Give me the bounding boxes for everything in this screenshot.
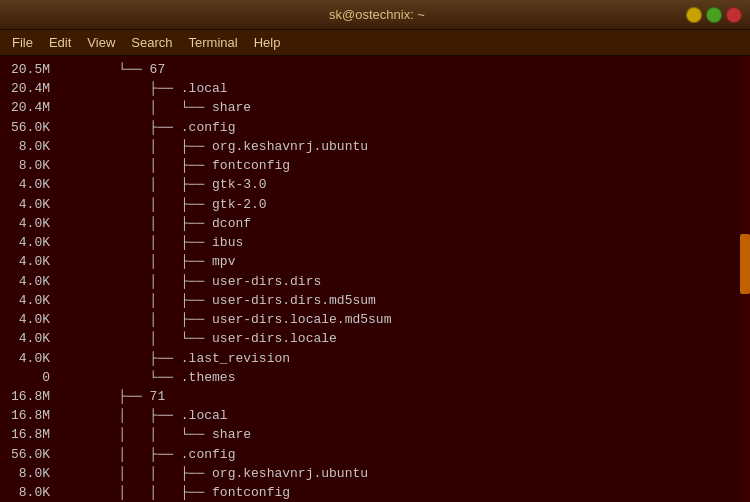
tree-row: 4.0K │ ├── user-dirs.locale.md5sum — [4, 310, 736, 329]
tree-col: ├── 71 — [56, 387, 165, 406]
tree-col: ├── .last_revision — [56, 349, 290, 368]
size-col: 4.0K — [4, 349, 56, 368]
tree-col: │ ├── .config — [56, 445, 235, 464]
tree-col: │ ├── fontconfig — [56, 156, 290, 175]
size-col: 16.8M — [4, 425, 56, 444]
window-title: sk@ostechnix: ~ — [68, 7, 686, 22]
tree-col: │ └── user-dirs.locale — [56, 329, 337, 348]
window-controls — [686, 7, 742, 23]
tree-row: 0 └── .themes — [4, 368, 736, 387]
tree-col: │ │ └── share — [56, 425, 251, 444]
tree-row: 4.0K │ ├── gtk-2.0 — [4, 195, 736, 214]
tree-row: 4.0K │ ├── user-dirs.dirs — [4, 272, 736, 291]
menu-item-terminal[interactable]: Terminal — [181, 33, 246, 52]
size-col: 20.4M — [4, 98, 56, 117]
tree-output: 20.5M └── 6720.4M ├── .local20.4M │ └── … — [0, 60, 740, 502]
size-col: 4.0K — [4, 329, 56, 348]
tree-col: │ ├── ibus — [56, 233, 243, 252]
tree-col: │ ├── gtk-2.0 — [56, 195, 267, 214]
tree-col: │ ├── user-dirs.locale.md5sum — [56, 310, 391, 329]
size-col: 16.8M — [4, 387, 56, 406]
tree-row: 8.0K │ ├── org.keshavnrj.ubuntu — [4, 137, 736, 156]
tree-row: 4.0K │ ├── gtk-3.0 — [4, 175, 736, 194]
close-button[interactable] — [726, 7, 742, 23]
size-col: 20.4M — [4, 79, 56, 98]
size-col: 56.0K — [4, 445, 56, 464]
minimize-button[interactable] — [686, 7, 702, 23]
size-col: 0 — [4, 368, 56, 387]
tree-col: └── 67 — [56, 60, 165, 79]
tree-row: 16.8M ├── 71 — [4, 387, 736, 406]
size-col: 20.5M — [4, 60, 56, 79]
tree-row: 4.0K │ ├── user-dirs.dirs.md5sum — [4, 291, 736, 310]
tree-row: 20.5M └── 67 — [4, 60, 736, 79]
tree-col: │ ├── org.keshavnrj.ubuntu — [56, 137, 368, 156]
size-col: 4.0K — [4, 195, 56, 214]
tree-row: 8.0K │ ├── fontconfig — [4, 156, 736, 175]
menu-item-edit[interactable]: Edit — [41, 33, 79, 52]
tree-row: 4.0K ├── .last_revision — [4, 349, 736, 368]
size-col: 8.0K — [4, 483, 56, 502]
size-col: 56.0K — [4, 118, 56, 137]
scrollbar-thumb[interactable] — [740, 234, 750, 294]
tree-row: 16.8M │ ├── .local — [4, 406, 736, 425]
tree-col: │ ├── user-dirs.dirs — [56, 272, 321, 291]
maximize-button[interactable] — [706, 7, 722, 23]
tree-col: └── .themes — [56, 368, 235, 387]
menu-item-file[interactable]: File — [4, 33, 41, 52]
size-col: 4.0K — [4, 252, 56, 271]
size-col: 8.0K — [4, 137, 56, 156]
menu-item-view[interactable]: View — [79, 33, 123, 52]
tree-row: 16.8M │ │ └── share — [4, 425, 736, 444]
tree-row: 4.0K │ ├── mpv — [4, 252, 736, 271]
size-col: 8.0K — [4, 156, 56, 175]
titlebar: sk@ostechnix: ~ — [0, 0, 750, 30]
tree-row: 20.4M │ └── share — [4, 98, 736, 117]
terminal[interactable]: 20.5M └── 6720.4M ├── .local20.4M │ └── … — [0, 56, 750, 502]
size-col: 16.8M — [4, 406, 56, 425]
tree-col: │ │ ├── org.keshavnrj.ubuntu — [56, 464, 368, 483]
tree-col: │ ├── user-dirs.dirs.md5sum — [56, 291, 376, 310]
tree-col: ├── .local — [56, 79, 228, 98]
size-col: 4.0K — [4, 291, 56, 310]
tree-row: 8.0K │ │ ├── org.keshavnrj.ubuntu — [4, 464, 736, 483]
size-col: 4.0K — [4, 310, 56, 329]
size-col: 4.0K — [4, 272, 56, 291]
tree-row: 20.4M ├── .local — [4, 79, 736, 98]
size-col: 8.0K — [4, 464, 56, 483]
tree-row: 4.0K │ ├── dconf — [4, 214, 736, 233]
menu-item-search[interactable]: Search — [123, 33, 180, 52]
tree-col: ├── .config — [56, 118, 235, 137]
tree-row: 56.0K ├── .config — [4, 118, 736, 137]
tree-col: │ ├── mpv — [56, 252, 235, 271]
tree-col: │ ├── dconf — [56, 214, 251, 233]
size-col: 4.0K — [4, 214, 56, 233]
size-col: 4.0K — [4, 233, 56, 252]
tree-row: 4.0K │ ├── ibus — [4, 233, 736, 252]
tree-col: │ ├── .local — [56, 406, 228, 425]
scrollbar[interactable] — [740, 56, 750, 502]
tree-col: │ ├── gtk-3.0 — [56, 175, 267, 194]
tree-col: │ │ ├── fontconfig — [56, 483, 290, 502]
menu-item-help[interactable]: Help — [246, 33, 289, 52]
size-col: 4.0K — [4, 175, 56, 194]
menubar: FileEditViewSearchTerminalHelp — [0, 30, 750, 56]
tree-row: 4.0K │ └── user-dirs.locale — [4, 329, 736, 348]
tree-row: 56.0K │ ├── .config — [4, 445, 736, 464]
tree-row: 8.0K │ │ ├── fontconfig — [4, 483, 736, 502]
tree-col: │ └── share — [56, 98, 251, 117]
